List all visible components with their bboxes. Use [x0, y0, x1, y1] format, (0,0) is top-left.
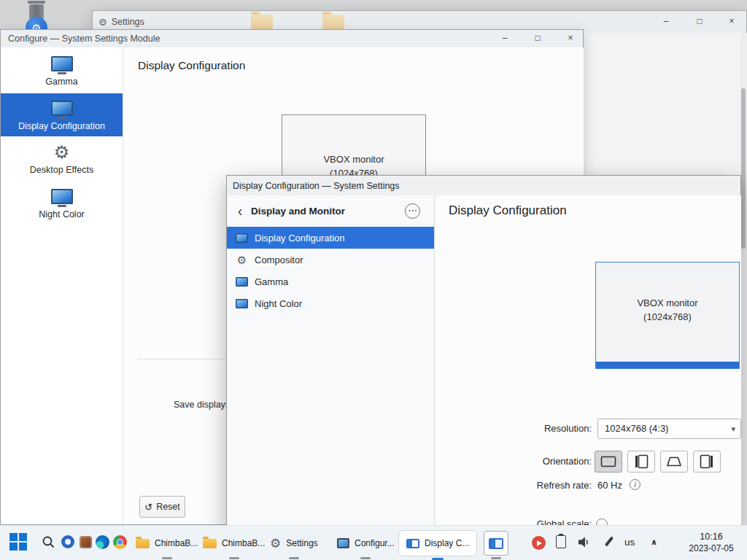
- folder-icon: [322, 15, 344, 30]
- copilot-icon[interactable]: [61, 535, 74, 548]
- save-displays-label: Save displays: [174, 400, 230, 410]
- tray-display-button[interactable]: [484, 531, 508, 556]
- portrait-flipped-icon: [698, 454, 716, 469]
- sidebar-item-desktop-effects[interactable]: ⚙ Desktop Effects: [1, 137, 123, 180]
- close-button[interactable]: ×: [725, 15, 738, 28]
- reset-icon: ↺: [144, 502, 152, 512]
- nav-item-night-color[interactable]: Night Color: [227, 292, 434, 314]
- orientation-portrait-button[interactable]: [627, 451, 655, 472]
- nav-item-label: Night Color: [255, 298, 302, 309]
- minimize-button[interactable]: –: [659, 15, 673, 28]
- pinned-app-icon[interactable]: [80, 536, 92, 548]
- browser-icon[interactable]: [113, 535, 127, 549]
- scrollbar[interactable]: [740, 33, 747, 525]
- info-icon[interactable]: i: [630, 479, 640, 490]
- clock[interactable]: 10:16 2023-07-05: [684, 532, 738, 553]
- scrollbar-thumb[interactable]: [741, 88, 746, 249]
- display-app-icon: [406, 539, 419, 548]
- taskbar: ChimbaB... ChimbaB... ⚙ Settings Configu…: [0, 525, 747, 560]
- configure-window-title: Configure — System Settings Module: [8, 34, 160, 44]
- taskbar-app-folder-1[interactable]: ChimbaB...: [128, 530, 205, 556]
- maximize-button[interactable]: □: [531, 32, 544, 45]
- dialog-title: Display Configuration — System Settings: [233, 181, 400, 191]
- taskbar-app-label: Configur...: [355, 538, 395, 548]
- pen-icon[interactable]: [605, 536, 614, 546]
- monitor-selected-bar: [596, 362, 739, 368]
- running-indicator: [289, 557, 299, 559]
- resolution-label: Resolution:: [489, 423, 592, 434]
- gear-icon: ⚙: [236, 254, 248, 265]
- nav-header-title: Display and Monitor: [251, 206, 345, 217]
- nav-header: ‹ Display and Monitor ⋯: [227, 195, 434, 227]
- minimize-button[interactable]: –: [498, 32, 511, 45]
- orientation-landscape-button[interactable]: [595, 451, 622, 472]
- configure-window-titlebar[interactable]: Configure — System Settings Module – □ ×: [1, 30, 583, 47]
- monitor-icon: [236, 233, 248, 243]
- nav-item-label: Display Configuration: [255, 233, 345, 244]
- gear-icon: ⚙: [270, 537, 281, 550]
- monitor-resolution: (747x560): [643, 311, 692, 322]
- monitor-icon: [51, 187, 73, 206]
- maximize-button[interactable]: □: [693, 15, 706, 28]
- volume-icon[interactable]: [577, 536, 590, 548]
- chevron-down-icon: ▾: [731, 419, 735, 438]
- recycle-bin-lid: [28, 1, 45, 4]
- taskbar-app-label: Display C...: [425, 538, 469, 548]
- taskbar-app-label: ChimbaB...: [222, 538, 265, 548]
- tray-alert-icon[interactable]: [532, 536, 546, 550]
- gear-icon: ⚙: [54, 142, 70, 162]
- close-button[interactable]: ×: [564, 32, 577, 45]
- resolution-dropdown[interactable]: 747x560 (4:3) ▾: [597, 419, 741, 439]
- overflow-menu-icon[interactable]: ⋯: [405, 203, 420, 219]
- running-indicator: [229, 557, 239, 559]
- configure-app-icon: [337, 538, 349, 548]
- language-indicator[interactable]: us: [624, 537, 635, 548]
- reset-button[interactable]: ↺ Reset: [139, 496, 185, 518]
- taskbar-app-settings[interactable]: ⚙ Settings: [263, 530, 325, 556]
- nav-item-gamma[interactable]: Gamma: [227, 271, 434, 292]
- landscape-flipped-icon: [665, 454, 683, 469]
- reset-label: Reset: [156, 502, 180, 512]
- monitor-preview[interactable]: VBOX monitor (747x560): [595, 262, 740, 369]
- monitor-icon: [236, 299, 248, 308]
- back-icon[interactable]: ‹: [234, 203, 246, 219]
- taskbar-app-label: ChimbaB...: [155, 538, 198, 548]
- taskbar-app-folder-2[interactable]: ChimbaB...: [196, 530, 272, 556]
- taskbar-app-configure[interactable]: Configur...: [330, 530, 402, 556]
- configure-sidebar: Gamma Display Configuration ⚙ Desktop Ef…: [1, 47, 123, 524]
- tray-expand-icon[interactable]: ∧: [651, 537, 657, 547]
- sidebar-item-night-color[interactable]: Night Color: [1, 182, 123, 225]
- display-configuration-dialog: Display Configuration — System Settings …: [226, 175, 741, 560]
- clipboard-icon[interactable]: [556, 535, 566, 548]
- running-indicator: [360, 557, 371, 559]
- dialog-titlebar[interactable]: Display Configuration — System Settings: [227, 176, 740, 195]
- page-title: Display Configuration: [449, 203, 567, 218]
- gear-icon: ⚙: [98, 18, 107, 27]
- sidebar-item-label: Desktop Effects: [30, 165, 93, 175]
- monitor-name: VBOX monitor: [323, 154, 384, 165]
- sidebar-item-gamma[interactable]: Gamma: [1, 49, 123, 92]
- nav-item-compositor[interactable]: ⚙ Compositor: [227, 249, 434, 271]
- monitor-icon: [236, 277, 248, 287]
- nav-item-display-configuration[interactable]: Display Configuration: [227, 227, 434, 249]
- sidebar-item-display-configuration[interactable]: Display Configuration: [1, 93, 123, 136]
- refresh-rate-value: 60 Hz: [597, 480, 622, 491]
- edge-browser-icon[interactable]: [96, 535, 109, 549]
- display-icon: [489, 538, 503, 549]
- monitor-name: VBOX monitor: [637, 298, 697, 308]
- folder-icon: [136, 539, 150, 548]
- resolution-value: 747x560 (4:3): [605, 423, 668, 434]
- nav-item-label: Compositor: [255, 254, 303, 265]
- running-indicator: [491, 557, 501, 559]
- search-icon[interactable]: [42, 535, 55, 549]
- monitor-icon: [51, 54, 73, 74]
- folder-icon: [251, 15, 273, 30]
- page-title: Display Configuration: [138, 59, 245, 72]
- sidebar-item-label: Gamma: [45, 77, 77, 87]
- settings-window-title: Settings: [112, 17, 144, 27]
- orientation-portrait-flipped-button[interactable]: [693, 451, 721, 472]
- start-button[interactable]: [9, 533, 27, 551]
- orientation-landscape-flipped-button[interactable]: [660, 451, 688, 472]
- dialog-nav-panel: ‹ Display and Monitor ⋯ Display Configur…: [227, 195, 435, 560]
- taskbar-app-display-configuration[interactable]: Display C...: [398, 530, 477, 556]
